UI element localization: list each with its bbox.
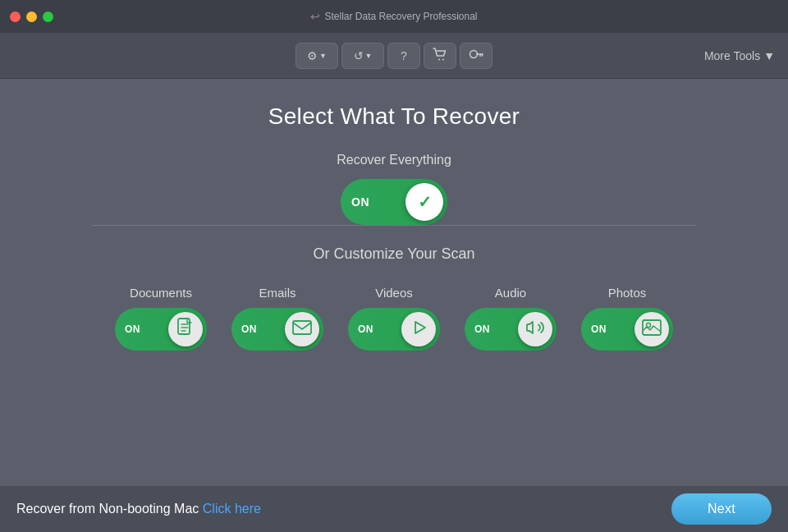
recover-everything-label: Recover Everything bbox=[337, 153, 451, 167]
cart-icon bbox=[433, 48, 447, 63]
category-videos: Videos ON bbox=[348, 286, 440, 351]
audio-icon bbox=[525, 318, 545, 342]
page-title: Select What To Recover bbox=[268, 103, 520, 130]
maximize-button[interactable] bbox=[43, 11, 53, 22]
audio-toggle-label: ON bbox=[474, 323, 490, 335]
email-icon bbox=[292, 319, 312, 340]
traffic-lights bbox=[10, 11, 53, 22]
recover-from-text: Recover from Non-booting Mac Click here bbox=[16, 502, 261, 516]
photos-toggle[interactable]: ON bbox=[581, 308, 673, 351]
category-documents: Documents ON bbox=[115, 286, 207, 351]
recover-everything-toggle[interactable]: ON ✓ bbox=[341, 179, 447, 225]
documents-toggle-label: ON bbox=[125, 323, 140, 335]
videos-label: Videos bbox=[375, 286, 413, 300]
key-icon bbox=[469, 47, 483, 64]
click-here-link[interactable]: Click here bbox=[203, 502, 261, 516]
refresh-dropdown-arrow: ▼ bbox=[365, 52, 373, 60]
settings-icon: ⚙ bbox=[307, 49, 318, 62]
audio-label: Audio bbox=[495, 286, 526, 300]
more-tools-label: More Tools bbox=[704, 49, 760, 62]
category-emails: Emails ON bbox=[231, 286, 323, 351]
svg-point-0 bbox=[438, 59, 440, 61]
svg-rect-6 bbox=[178, 319, 190, 334]
recover-from-label: Recover from Non-booting Mac bbox=[16, 502, 199, 516]
documents-toggle[interactable]: ON bbox=[115, 308, 207, 351]
svg-point-1 bbox=[442, 59, 444, 61]
cart-button[interactable] bbox=[424, 43, 456, 69]
svg-marker-8 bbox=[415, 322, 425, 333]
title-bar-text: ↩ Stellar Data Recovery Professional bbox=[310, 10, 477, 23]
app-title: Stellar Data Recovery Professional bbox=[324, 11, 477, 22]
main-content: Select What To Recover Recover Everythin… bbox=[0, 79, 788, 367]
back-icon: ↩ bbox=[310, 10, 320, 23]
settings-dropdown-arrow: ▼ bbox=[319, 52, 327, 60]
photos-toggle-label: ON bbox=[591, 323, 607, 335]
video-icon bbox=[409, 318, 428, 342]
emails-label: Emails bbox=[259, 286, 296, 300]
more-tools-arrow: ▼ bbox=[763, 49, 775, 62]
photos-label: Photos bbox=[608, 286, 647, 300]
svg-rect-7 bbox=[293, 321, 311, 334]
emails-thumb bbox=[285, 312, 319, 346]
documents-label: Documents bbox=[130, 286, 192, 300]
document-icon bbox=[176, 318, 195, 342]
minimize-button[interactable] bbox=[26, 11, 37, 22]
photo-icon bbox=[642, 319, 662, 341]
toolbar: ⚙ ▼ ↺ ▼ ? bbox=[0, 33, 788, 79]
checkmark-icon: ✓ bbox=[418, 192, 432, 212]
category-photos: Photos ON bbox=[581, 286, 673, 351]
refresh-icon: ↺ bbox=[354, 49, 364, 62]
title-bar: ↩ Stellar Data Recovery Professional bbox=[0, 0, 788, 33]
help-icon: ? bbox=[401, 49, 407, 62]
bottom-bar: Recover from Non-booting Mac Click here … bbox=[0, 486, 788, 532]
photos-thumb bbox=[635, 312, 669, 346]
audio-toggle[interactable]: ON bbox=[465, 308, 557, 351]
close-button[interactable] bbox=[10, 11, 21, 22]
videos-toggle-label: ON bbox=[358, 323, 373, 335]
videos-toggle[interactable]: ON bbox=[348, 308, 440, 351]
help-button[interactable]: ? bbox=[387, 43, 420, 69]
toggle-thumb: ✓ bbox=[405, 183, 443, 221]
divider bbox=[92, 225, 696, 226]
next-button[interactable]: Next bbox=[671, 493, 772, 525]
categories-row: Documents ON Emails ON bbox=[115, 286, 673, 351]
toggle-on-label: ON bbox=[351, 195, 369, 209]
emails-toggle[interactable]: ON bbox=[231, 308, 323, 351]
toolbar-center: ⚙ ▼ ↺ ▼ ? bbox=[296, 43, 492, 69]
category-audio: Audio ON bbox=[465, 286, 557, 351]
key-button[interactable] bbox=[460, 43, 492, 69]
documents-thumb bbox=[168, 312, 203, 346]
more-tools-button[interactable]: More Tools ▼ bbox=[704, 49, 775, 62]
emails-toggle-label: ON bbox=[241, 323, 257, 335]
videos-thumb bbox=[401, 312, 436, 346]
refresh-button[interactable]: ↺ ▼ bbox=[341, 43, 384, 69]
customize-label: Or Customize Your Scan bbox=[313, 245, 474, 263]
settings-button[interactable]: ⚙ ▼ bbox=[296, 43, 338, 69]
audio-thumb bbox=[518, 312, 552, 346]
